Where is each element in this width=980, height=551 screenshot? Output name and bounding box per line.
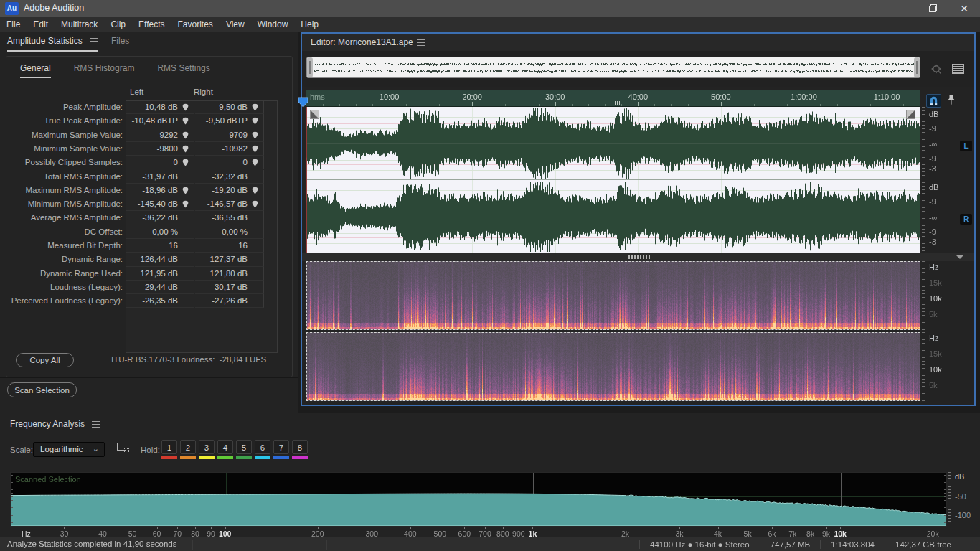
table-row: Total RMS Amplitude: -31,97 dB -32,32 dB [0, 170, 287, 184]
zoom-navigator-icon[interactable] [930, 64, 943, 75]
fade-out-handle[interactable] [906, 110, 915, 119]
waveform-display[interactable] [306, 107, 920, 253]
magnet-icon [928, 95, 939, 105]
marker-pin-icon [252, 103, 258, 112]
snap-toggle[interactable] [926, 94, 941, 108]
window-title: Adobe Audition [24, 3, 84, 13]
hold-button[interactable]: 2 [180, 440, 196, 459]
hold-button[interactable]: 7 [273, 440, 289, 459]
subtab-rms-settings[interactable]: RMS Settings [157, 63, 209, 78]
menu-item[interactable]: Help [294, 17, 325, 32]
editor-header: Editor: Morricone13A1.ape [302, 34, 974, 51]
left-channel-badge[interactable]: L [960, 141, 972, 151]
overview-navigator[interactable] [306, 57, 920, 78]
stat-value-right: 121,80 dB [195, 267, 264, 281]
hz-scale-label: 5k [929, 381, 938, 390]
menu-item[interactable]: Effects [132, 17, 171, 32]
subtab-rms-histogram[interactable]: RMS Histogram [74, 63, 135, 78]
stat-label: Peak Amplitude: [63, 103, 123, 111]
menu-item[interactable]: View [220, 17, 251, 32]
marker-pin-icon [182, 187, 189, 195]
db-scale-label: -9 [929, 124, 936, 133]
stat-value-left: -10,48 dB [126, 100, 194, 114]
stat-value-right: -27,26 dB [195, 294, 264, 308]
frequency-chart[interactable]: Scanned Selection [10, 472, 947, 527]
hz-scale-label: Hz [929, 263, 938, 271]
spectral-display-right[interactable] [306, 332, 920, 401]
scale-ticks [922, 107, 925, 253]
statistics-subtabs: General RMS Histogram RMS Settings [20, 63, 210, 78]
navigator-right-handle[interactable] [914, 57, 920, 77]
fade-in-handle[interactable] [310, 110, 319, 119]
stat-value-left: 126,44 dB [126, 253, 194, 266]
db-scale-label: dB [929, 183, 938, 192]
hold-button[interactable]: 4 [217, 440, 233, 459]
tab-label: Amplitude Statistics [7, 36, 83, 46]
status-item: 747,57 MB [760, 540, 821, 549]
restore-button[interactable] [916, 0, 948, 17]
menu-item[interactable]: Multitrack [55, 17, 104, 32]
frequency-curve[interactable] [11, 473, 946, 526]
display-mode-menu-icon[interactable] [952, 64, 964, 74]
display-splitter[interactable] [302, 253, 974, 261]
stat-label: Total RMS Amplitude: [44, 172, 123, 181]
scale-label: Scale: [10, 446, 33, 454]
scale-collapse-arrow[interactable] [956, 255, 963, 259]
title-bar: Au Adobe Audition ✕ [0, 0, 980, 17]
panel-tab-strip: Amplitude Statistics Files [0, 32, 298, 52]
minimize-icon [896, 9, 904, 9]
waveform-left-channel[interactable] [306, 107, 920, 180]
hz-scale-label: 10k [929, 294, 942, 303]
copy-graph-icon[interactable] [117, 443, 126, 451]
playhead-marker[interactable] [298, 97, 308, 108]
panel-menu-icon[interactable] [90, 38, 98, 44]
scale-dropdown-value: Logarithmic [40, 445, 83, 453]
overview-navigator-row [302, 51, 974, 87]
spectrogram-right-channel[interactable] [307, 333, 920, 400]
hold-button[interactable]: 8 [292, 440, 308, 459]
close-button[interactable]: ✕ [948, 0, 980, 17]
pin-tool-icon[interactable] [946, 95, 956, 106]
spectrogram-left-channel[interactable] [307, 262, 920, 329]
splitter-grip[interactable] [628, 255, 650, 259]
spectral-display-left[interactable] [306, 261, 920, 330]
menu-item[interactable]: Window [251, 17, 295, 32]
db-axis-tick: -100 [955, 511, 971, 519]
frequency-panel-menu-icon[interactable] [92, 421, 100, 428]
stat-value-left: -18,96 dB [126, 184, 194, 197]
frequency-scale-right[interactable]: Hz15k10k5k [922, 332, 974, 401]
hold-button[interactable]: 3 [199, 440, 215, 459]
tab-files[interactable]: Files [111, 36, 129, 46]
navigator-left-handle[interactable] [307, 57, 313, 77]
column-header-right: Right [194, 88, 213, 96]
hold-button[interactable]: 1 [161, 440, 177, 459]
menu-item[interactable]: Edit [27, 17, 55, 32]
table-row: Average RMS Amplitude: -36,22 dB -36,55 … [0, 211, 287, 225]
minimize-button[interactable] [884, 0, 915, 17]
menu-item[interactable]: Clip [104, 17, 132, 32]
menu-item[interactable]: Favorites [171, 17, 220, 32]
hold-button[interactable]: 6 [255, 440, 270, 459]
stat-value-left: -26,35 dB [126, 294, 194, 308]
stat-value-left: 9292 [126, 128, 194, 142]
hold-button[interactable]: 5 [236, 440, 252, 459]
scale-dropdown[interactable]: Logarithmic ⌄ [33, 442, 105, 457]
timeline-ruler[interactable] [306, 90, 920, 107]
copy-all-button[interactable]: Copy All [16, 353, 74, 367]
overview-waveform[interactable] [314, 57, 915, 77]
subtab-general[interactable]: General [20, 63, 51, 78]
table-row: DC Offset: 0,00 % 0,00 % [0, 225, 287, 239]
scan-selection-button[interactable]: Scan Selection [7, 382, 77, 397]
editor-panel-menu-icon[interactable] [417, 39, 425, 46]
waveform-right-channel[interactable] [306, 180, 920, 253]
frequency-scale-left[interactable]: Hz15k10k5k [922, 261, 974, 330]
menu-item[interactable]: File [0, 17, 27, 32]
table-row: Maximum Sample Value: 9292 9709 [0, 128, 287, 142]
tab-amplitude-statistics[interactable]: Amplitude Statistics [7, 36, 98, 52]
amplitude-scale[interactable]: L R dB-9-∞-9-3dB-9-∞-9-3 [922, 107, 974, 253]
stat-value-left: -9800 [126, 142, 194, 156]
frequency-hz-axis: Hz30405060708090100200300400500600700800… [10, 527, 947, 537]
status-item: 1:14:03.804 [820, 540, 885, 549]
right-channel-badge[interactable]: R [960, 214, 972, 225]
table-row: Minimum RMS Amplitude: -145,40 dB -146,5… [0, 197, 287, 211]
